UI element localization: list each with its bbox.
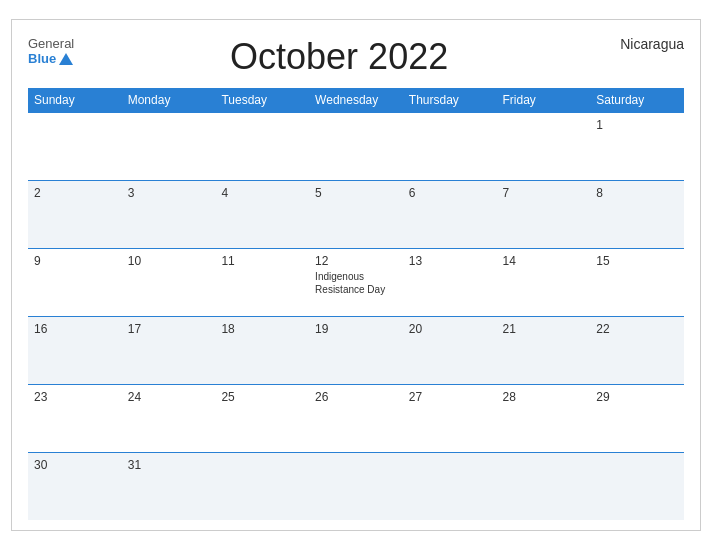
day-number: 29 xyxy=(596,390,678,404)
day-number: 19 xyxy=(315,322,397,336)
header-wednesday: Wednesday xyxy=(309,88,403,113)
day-number: 20 xyxy=(409,322,491,336)
calendar-cell: 8 xyxy=(590,180,684,248)
calendar-cell xyxy=(215,452,309,520)
logo-triangle-icon xyxy=(59,53,73,65)
day-number: 12 xyxy=(315,254,397,268)
week-row-1: 2345678 xyxy=(28,180,684,248)
calendar-cell xyxy=(403,112,497,180)
country-label: Nicaragua xyxy=(604,36,684,52)
day-number: 1 xyxy=(596,118,678,132)
header-friday: Friday xyxy=(497,88,591,113)
calendar-cell xyxy=(28,112,122,180)
calendar-cell: 20 xyxy=(403,316,497,384)
calendar-cell: 1 xyxy=(590,112,684,180)
day-number: 11 xyxy=(221,254,303,268)
day-number: 27 xyxy=(409,390,491,404)
header-sunday: Sunday xyxy=(28,88,122,113)
calendar-cell: 2 xyxy=(28,180,122,248)
day-number: 8 xyxy=(596,186,678,200)
calendar-container: General Blue October 2022 Nicaragua Sund… xyxy=(11,19,701,532)
logo-blue-text: Blue xyxy=(28,51,56,67)
day-number: 3 xyxy=(128,186,210,200)
week-row-3: 16171819202122 xyxy=(28,316,684,384)
calendar-cell xyxy=(497,452,591,520)
calendar-cell: 15 xyxy=(590,248,684,316)
day-number: 5 xyxy=(315,186,397,200)
day-number: 28 xyxy=(503,390,585,404)
header-tuesday: Tuesday xyxy=(215,88,309,113)
week-row-4: 23242526272829 xyxy=(28,384,684,452)
calendar-cell: 6 xyxy=(403,180,497,248)
day-number: 31 xyxy=(128,458,210,472)
calendar-cell: 12Indigenous Resistance Day xyxy=(309,248,403,316)
calendar-cell: 30 xyxy=(28,452,122,520)
holiday-name: Indigenous Resistance Day xyxy=(315,270,397,296)
day-number: 30 xyxy=(34,458,116,472)
weekday-header-row: Sunday Monday Tuesday Wednesday Thursday… xyxy=(28,88,684,113)
day-number: 2 xyxy=(34,186,116,200)
header-thursday: Thursday xyxy=(403,88,497,113)
calendar-cell: 16 xyxy=(28,316,122,384)
day-number: 25 xyxy=(221,390,303,404)
day-number: 23 xyxy=(34,390,116,404)
day-number: 21 xyxy=(503,322,585,336)
day-number: 22 xyxy=(596,322,678,336)
day-number: 26 xyxy=(315,390,397,404)
day-number: 6 xyxy=(409,186,491,200)
day-number: 18 xyxy=(221,322,303,336)
day-number: 9 xyxy=(34,254,116,268)
header-saturday: Saturday xyxy=(590,88,684,113)
calendar-cell: 7 xyxy=(497,180,591,248)
day-number: 7 xyxy=(503,186,585,200)
calendar-cell: 13 xyxy=(403,248,497,316)
logo-general-text: General xyxy=(28,36,74,52)
calendar-cell: 5 xyxy=(309,180,403,248)
calendar-cell: 9 xyxy=(28,248,122,316)
day-number: 15 xyxy=(596,254,678,268)
day-number: 14 xyxy=(503,254,585,268)
calendar-cell xyxy=(215,112,309,180)
week-row-0: 1 xyxy=(28,112,684,180)
calendar-cell: 10 xyxy=(122,248,216,316)
calendar-cell xyxy=(403,452,497,520)
calendar-cell: 21 xyxy=(497,316,591,384)
calendar-cell xyxy=(309,452,403,520)
calendar-cell: 11 xyxy=(215,248,309,316)
calendar-cell: 26 xyxy=(309,384,403,452)
day-number: 24 xyxy=(128,390,210,404)
day-number: 10 xyxy=(128,254,210,268)
calendar-title: October 2022 xyxy=(74,36,604,78)
day-number: 17 xyxy=(128,322,210,336)
calendar-cell xyxy=(122,112,216,180)
calendar-cell xyxy=(497,112,591,180)
calendar-cell: 29 xyxy=(590,384,684,452)
calendar-cell: 3 xyxy=(122,180,216,248)
header-monday: Monday xyxy=(122,88,216,113)
calendar-grid: Sunday Monday Tuesday Wednesday Thursday… xyxy=(28,88,684,521)
calendar-cell: 27 xyxy=(403,384,497,452)
logo-line: Blue xyxy=(28,51,73,67)
calendar-cell: 28 xyxy=(497,384,591,452)
calendar-cell: 24 xyxy=(122,384,216,452)
logo: General Blue xyxy=(28,36,74,67)
calendar-cell: 14 xyxy=(497,248,591,316)
day-number: 4 xyxy=(221,186,303,200)
calendar-cell xyxy=(590,452,684,520)
day-number: 16 xyxy=(34,322,116,336)
calendar-cell: 4 xyxy=(215,180,309,248)
calendar-cell: 31 xyxy=(122,452,216,520)
calendar-cell: 25 xyxy=(215,384,309,452)
calendar-cell: 18 xyxy=(215,316,309,384)
calendar-cell: 17 xyxy=(122,316,216,384)
calendar-cell: 19 xyxy=(309,316,403,384)
calendar-cell: 22 xyxy=(590,316,684,384)
week-row-2: 9101112Indigenous Resistance Day131415 xyxy=(28,248,684,316)
calendar-cell xyxy=(309,112,403,180)
calendar-cell: 23 xyxy=(28,384,122,452)
calendar-header: General Blue October 2022 Nicaragua xyxy=(28,36,684,78)
week-row-5: 3031 xyxy=(28,452,684,520)
day-number: 13 xyxy=(409,254,491,268)
